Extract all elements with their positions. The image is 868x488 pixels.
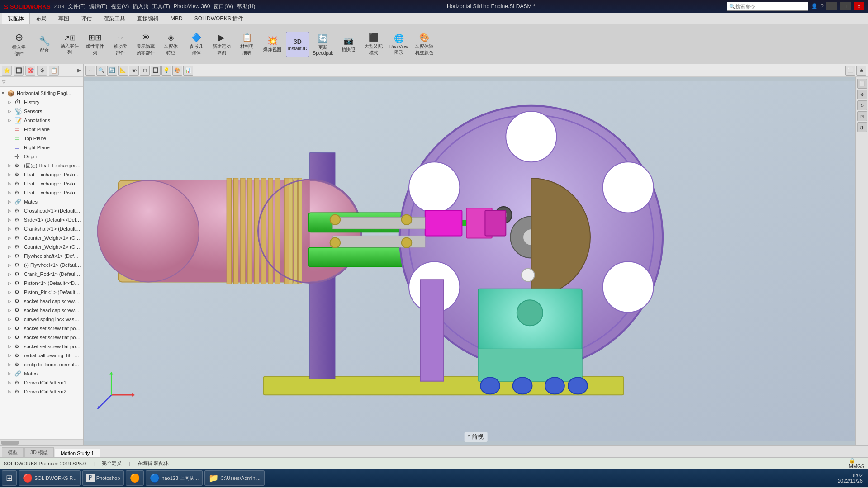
tree-item-counterweight-2[interactable]: ▷ ⚙ Counter_Weight<2> (Coun... (0, 242, 83, 251)
tree-item-crankrod[interactable]: ▷ ⚙ Crank_Rod<1> (Default<<D... (0, 270, 83, 279)
bom-button[interactable]: 📋 材料明细表 (235, 32, 259, 57)
tab-plugins[interactable]: SOLIDWORKS 插件 (189, 13, 250, 24)
tree-item-setscrew3[interactable]: ▷ ⚙ socket set screw flat point_... (0, 342, 83, 351)
tree-item-derived-cir-2[interactable]: ▷ ⚙ DerivedCirPattern2 (0, 387, 83, 396)
taskbar-btn-3[interactable]: 🟠 (126, 470, 144, 486)
component-pattern-button[interactable]: ↗⊞ 插入零件列 (58, 32, 81, 57)
tree-item-he-piston-3[interactable]: ▷ ⚙ Heat_Exchanger_Piston_... (0, 188, 83, 197)
viewport[interactable]: * 前视 ⬜ ✥ ↻ ⊡ ◑ (84, 77, 868, 445)
vp-zoom-btn[interactable]: 🔍 (96, 66, 106, 76)
tree-item-front-plane[interactable]: ▭ Front Plane (0, 125, 83, 134)
realview-button[interactable]: 🌐 RealView图形 (387, 32, 411, 57)
show-hidden-button[interactable]: 👁 显示隐藏的零部件 (134, 32, 157, 57)
speedpak-button[interactable]: 🔄 更新Speedpak (311, 32, 335, 57)
tab-direct[interactable]: 直接编辑 (131, 13, 165, 24)
rt-rotate-btn[interactable]: ↻ (857, 100, 867, 110)
snapshot-button[interactable]: 📷 拍快照 (337, 32, 360, 57)
minimize-button[interactable]: — (826, 2, 837, 10)
menu-window[interactable]: 窗口(W) (213, 3, 233, 10)
ref-geometry-button[interactable]: 🔷 参考几何体 (185, 32, 208, 57)
expand-panel-icon[interactable]: ▶ (77, 67, 81, 73)
tree-item-flywheelshaft[interactable]: ▷ ⚙ Flywheelshaft<1> (Default<... (0, 251, 83, 261)
menu-view[interactable]: 视图(V) (111, 3, 129, 10)
tree-item-crosshead[interactable]: ▷ ⚙ Crosshead<1> (Default<<D... (0, 206, 83, 215)
scrollbar-thumb[interactable] (1, 441, 19, 445)
appearance-tab[interactable]: ⚙ (37, 66, 47, 76)
taskbar-btn-5[interactable]: 📁 C:\Users\Admini... (204, 470, 265, 486)
feature-tree[interactable]: ▼ 📦 Horizontal Stirling Engi... ▷ ⏱ Hist… (0, 87, 83, 439)
property-tab[interactable]: 🔲 (14, 66, 24, 76)
rt-fit-btn[interactable]: ⊡ (857, 111, 867, 121)
taskbar-btn-2[interactable]: 🅿 Photoshop (82, 470, 124, 486)
tree-item-slide[interactable]: ▷ ⚙ Slide<1> (Default<<Default... (0, 215, 83, 224)
tree-item-origin[interactable]: ✛ Origin (0, 152, 83, 161)
exploded-view-button[interactable]: 💥 爆炸视图 (261, 32, 284, 57)
rt-shade-btn[interactable]: ◑ (857, 122, 867, 132)
tree-item-heat-exchanger-fixed[interactable]: ▷ ⚙ (固定) Heat_Exchanger_F... (0, 161, 83, 170)
vp-orient-btn[interactable]: ↔ (85, 66, 95, 76)
vp-color-btn[interactable]: 🎨 (172, 66, 182, 76)
help-icon[interactable]: ? (821, 3, 824, 9)
tree-item-history[interactable]: ▷ ⏱ History (0, 98, 83, 107)
tree-item-top-plane[interactable]: ▭ Top Plane (0, 134, 83, 143)
custom-tab[interactable]: 📋 (49, 66, 59, 76)
tree-item-annotations[interactable]: ▷ 📝 Annotations (0, 116, 83, 125)
rt-pan-btn[interactable]: ✥ (857, 90, 867, 99)
tree-item-mates-1[interactable]: ▷ 🔗 Mates (0, 197, 83, 206)
tree-item-setscrew2[interactable]: ▷ ⚙ socket set screw flat point_... (0, 333, 83, 342)
tree-item-mates-2[interactable]: ▷ 🔗 Mates (0, 369, 83, 378)
tab-assembly[interactable]: 装配体 (2, 13, 30, 24)
insert-component-button[interactable]: ⊕ 插入零部件 (7, 32, 31, 57)
tree-item-washer[interactable]: ▷ ⚙ curved spring lock washer_... (0, 315, 83, 324)
taskbar-btn-4[interactable]: 🔵 hao123·上网从... (146, 470, 203, 486)
menu-tools[interactable]: 工具(T) (152, 3, 170, 10)
start-button[interactable]: ⊞ (2, 470, 17, 486)
vp-expand-btn[interactable]: ⬜ (845, 66, 855, 76)
tree-item-he-piston-2[interactable]: ▷ ⚙ Heat_Exchanger_Piston_... (0, 179, 83, 188)
tree-item-piston[interactable]: ▷ ⚙ Piston<1> (Default<<Defau... (0, 279, 83, 288)
menu-insert[interactable]: 插入(I) (133, 3, 148, 10)
tree-item-circlip[interactable]: ▷ ⚙ circlip for bores normal_din... (0, 360, 83, 369)
tab-motion-study[interactable]: Motion Study 1 (55, 449, 100, 457)
vp-shaded-btn[interactable]: 🔲 (151, 66, 161, 76)
menu-edit[interactable]: 编辑(E) (89, 3, 107, 10)
menu-photoview[interactable]: PhotoView 360 (174, 3, 210, 9)
tab-evaluate[interactable]: 评估 (75, 13, 98, 24)
vp-split-btn[interactable]: ⊞ (856, 66, 866, 76)
vp-hide-btn[interactable]: 👁 (129, 66, 139, 76)
taskbar-btn-1[interactable]: 🔴 SOLIDWORKS P... (19, 470, 81, 486)
maximize-button[interactable]: □ (840, 2, 851, 10)
move-component-button[interactable]: ↔ 移动零部件 (109, 32, 132, 57)
vp-section-btn[interactable]: 📐 (118, 66, 128, 76)
vp-chart-btn[interactable]: 📊 (183, 66, 193, 76)
vp-rotate-btn[interactable]: 🔄 (107, 66, 117, 76)
user-icon[interactable]: 👤 (811, 3, 818, 9)
tab-layout[interactable]: 布局 (30, 13, 52, 24)
tab-3d-model[interactable]: 3D 模型 (24, 447, 54, 457)
rt-zoom-btn[interactable]: ⬜ (857, 79, 867, 89)
tab-model[interactable]: 模型 (2, 447, 24, 457)
mate-button[interactable]: 🔧 配合 (33, 32, 56, 57)
tree-item-root[interactable]: ▼ 📦 Horizontal Stirling Engi... (0, 89, 83, 98)
vp-render-btn[interactable]: 💡 (161, 66, 171, 76)
command-search[interactable]: 🔍 (727, 2, 808, 11)
panel-scrollbar[interactable] (0, 439, 83, 445)
tree-item-derived-cir-1[interactable]: ▷ ⚙ DerivedCirPattern1 (0, 378, 83, 387)
vp-wireframe-btn[interactable]: ◻ (140, 66, 150, 76)
tree-item-counterweight-1[interactable]: ▷ ⚙ Counter_Weight<1> (Coun... (0, 233, 83, 242)
tree-item-bearing[interactable]: ▷ ⚙ radial ball bearing_68_skf<... (0, 351, 83, 360)
search-input[interactable] (735, 4, 799, 9)
tab-mbd[interactable]: MBD (165, 13, 189, 24)
tree-item-screw2[interactable]: ▷ ⚙ socket head cap screw_din... (0, 306, 83, 315)
tree-item-screw1[interactable]: ▷ ⚙ socket head cap screw_din... (0, 297, 83, 306)
motion-study-button[interactable]: ▶ 新建运动算例 (210, 32, 233, 57)
close-button[interactable]: × (854, 2, 864, 10)
assembly-feature-button[interactable]: ◈ 装配体特征 (159, 32, 183, 57)
appearance-button[interactable]: 🎨 装配体随机变颜色 (413, 32, 436, 57)
tree-item-setscrew1[interactable]: ▷ ⚙ socket set screw flat point_... (0, 324, 83, 333)
menu-help[interactable]: 帮助(H) (237, 3, 256, 10)
menu-file[interactable]: 文件(F) (68, 3, 85, 10)
tree-item-pistonpin[interactable]: ▷ ⚙ Piston_Pin<1> (Default<<De... (0, 288, 83, 297)
tree-item-crankshaft[interactable]: ▷ ⚙ Crankshaft<1> (Default<<D... (0, 224, 83, 233)
tree-item-sensors[interactable]: ▷ 📡 Sensors (0, 107, 83, 116)
